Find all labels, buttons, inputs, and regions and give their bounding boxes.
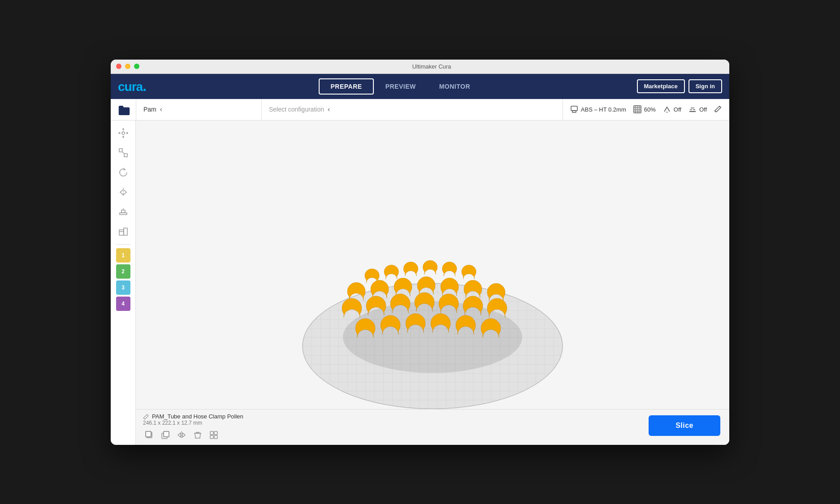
move-tool[interactable] [114,124,132,142]
support-label: Off [674,106,681,113]
edit-pencil-icon [143,413,149,419]
svg-rect-37 [210,431,213,435]
traffic-lights [116,64,139,69]
main-window: Ultimaker Cura cura. PREPARE PREVIEW MON… [111,60,729,445]
bottom-bar: PAM_Tube and Hose Clamp Pollen 246.1 x 2… [136,409,729,445]
svg-rect-38 [214,431,217,435]
rotate-tool[interactable] [114,164,132,181]
folder-icon[interactable] [118,105,129,114]
duplicate-icon[interactable] [159,429,172,441]
model-actions [143,429,243,441]
title-bar: Ultimaker Cura [111,60,729,74]
config-chevron-icon[interactable]: ‹ [328,105,330,113]
svg-rect-16 [124,154,127,157]
svg-rect-23 [124,228,127,235]
config-label: Select configuration [269,106,324,113]
svg-point-14 [122,132,125,134]
printer-icon [570,105,578,113]
mirror-tool[interactable] [114,183,132,201]
svg-rect-0 [571,106,577,111]
svg-point-28 [343,301,522,373]
delete-icon[interactable] [191,429,204,441]
toolbar-file-section [111,99,136,120]
main-area: 1 2 3 4 [111,121,729,445]
support-setting: Off [663,105,681,113]
support-tool[interactable] [114,203,132,221]
scale-tool[interactable] [114,144,132,162]
toolbar: Pam ‹ Select configuration ‹ ABS – HT 0.… [111,99,729,121]
project-name: Pam [143,106,156,113]
model-dimensions: 246.1 x 222.1 x 12.7 mm [143,420,243,426]
toolbar-config[interactable]: Select configuration ‹ [262,99,563,120]
infill-setting: 60% [633,105,656,113]
signin-button[interactable]: Sign in [688,79,722,93]
extruder-1-button[interactable]: 1 [116,248,130,263]
adhesion-icon [688,105,697,113]
tab-monitor[interactable]: MONITOR [428,78,482,95]
svg-rect-40 [214,435,217,439]
adhesion-label: Off [699,106,707,113]
svg-rect-39 [210,435,213,439]
marketplace-button[interactable]: Marketplace [637,79,685,93]
logo: cura. [118,78,146,95]
svg-rect-20 [121,210,125,213]
mirror-h-icon[interactable] [175,429,188,441]
svg-rect-33 [164,431,169,437]
extruder-2-button[interactable]: 2 [116,264,130,279]
material-setting: ABS – HT 0.2mm [570,105,626,113]
per-model-settings[interactable] [114,223,132,241]
svg-rect-15 [119,149,122,152]
model-info: PAM_Tube and Hose Clamp Pollen 246.1 x 2… [143,413,243,441]
adhesion-setting: Off [688,105,707,113]
model-name-row: PAM_Tube and Hose Clamp Pollen [143,413,243,420]
extruder-3-button[interactable]: 3 [116,280,130,295]
maximize-button[interactable] [134,64,139,69]
minimize-button[interactable] [125,64,130,69]
window-title: Ultimaker Cura [139,63,724,70]
toolbar-divider [116,244,130,245]
tab-prepare[interactable]: PREPARE [319,78,373,95]
nav-tabs: PREPARE PREVIEW MONITOR [164,78,636,95]
nav-bar: cura. PREPARE PREVIEW MONITOR Marketplac… [111,74,729,99]
left-toolbar: 1 2 3 4 [111,121,136,445]
copy-icon[interactable] [143,429,156,441]
nav-actions: Marketplace Sign in [637,79,723,93]
slice-button[interactable]: Slice [649,415,720,436]
svg-rect-30 [146,431,151,437]
infill-icon [633,105,641,113]
toolbar-project: Pam ‹ [136,99,262,120]
group-icon[interactable] [208,429,220,441]
support-icon [663,105,671,113]
edit-icon[interactable] [714,104,722,114]
close-button[interactable] [116,64,121,69]
svg-rect-22 [119,230,124,235]
print-bed-svg [276,185,589,418]
svg-rect-1 [572,111,576,112]
viewport[interactable]: PAM_Tube and Hose Clamp Pollen 246.1 x 2… [136,121,729,445]
tab-preview[interactable]: PREVIEW [374,78,428,95]
toolbar-settings: ABS – HT 0.2mm 60% [563,99,729,120]
model-name-text: PAM_Tube and Hose Clamp Pollen [152,413,243,420]
project-chevron-icon[interactable]: ‹ [160,105,162,113]
logo-text: cura [118,80,143,94]
extruder-4-button[interactable]: 4 [116,297,130,311]
infill-label: 60% [644,106,656,113]
material-label: ABS – HT 0.2mm [581,106,626,113]
svg-line-17 [122,152,124,154]
